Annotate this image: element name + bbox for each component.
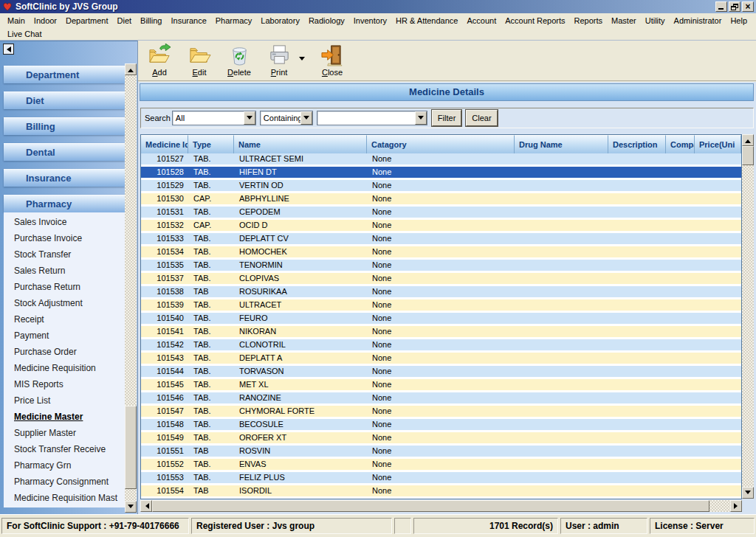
table-row[interactable]: 101528TAB.HIFEN DTNone: [141, 167, 741, 180]
table-row[interactable]: 101529TAB.VERTIN ODNone: [141, 180, 741, 193]
table-row[interactable]: 101540TAB.FEURONone: [141, 313, 741, 326]
table-row[interactable]: 101538TABROSURIKAANone: [141, 286, 741, 299]
table-horizontal-scrollbar[interactable]: [140, 500, 742, 512]
table-row[interactable]: 101546TAB.RANOZINENone: [141, 392, 741, 406]
menu-item-pharmacy[interactable]: Pharmacy: [211, 15, 257, 27]
restore-button[interactable]: [729, 1, 740, 12]
sidebar-item-sales-return[interactable]: Sales Return: [4, 263, 125, 279]
table-row[interactable]: 101548TAB.BECOSULENone: [141, 419, 741, 432]
column-header-description[interactable]: Description: [608, 135, 666, 153]
sidebar-item-supplier-master[interactable]: Supplier Master: [4, 425, 125, 441]
sidebar-item-purchase-return[interactable]: Purchase Return: [4, 279, 125, 295]
table-row[interactable]: 101533TAB.DEPLATT CVNone: [141, 233, 741, 246]
menu-item-billing[interactable]: Billing: [136, 15, 166, 27]
close-window-button[interactable]: [742, 1, 754, 12]
delete-button[interactable]: Delete: [227, 44, 252, 77]
table-hscrollbar-thumb[interactable]: [152, 500, 709, 512]
search-field-dropdown[interactable]: All: [172, 111, 256, 125]
table-row[interactable]: 101541TAB.NIKORANNone: [141, 326, 741, 339]
chevron-down-icon[interactable]: [415, 111, 427, 125]
menu-item-help[interactable]: Help: [726, 15, 752, 27]
collapse-sidebar-button[interactable]: [3, 44, 14, 55]
table-row[interactable]: 101531TAB.CEPODEMNone: [141, 207, 741, 220]
sidebar-scrollbar-thumb[interactable]: [125, 406, 137, 489]
sidebar-item-medicine-master[interactable]: Medicine Master: [4, 409, 125, 425]
edit-button[interactable]: Edit: [187, 44, 212, 77]
filter-button[interactable]: Filter: [432, 110, 461, 126]
table-row[interactable]: 101554TABISORDILNone: [141, 485, 741, 499]
sidebar-scroll-down-button[interactable]: [125, 501, 137, 513]
menu-item-hr-attendance[interactable]: HR & Attendance: [391, 15, 462, 27]
table-row[interactable]: 101539TAB.ULTRACETNone: [141, 299, 741, 313]
menu-item-indoor[interactable]: Indoor: [30, 15, 61, 27]
table-row[interactable]: 101549TAB.OROFER XTNone: [141, 432, 741, 446]
sidebar-group-billing[interactable]: Billing: [4, 117, 125, 135]
table-vscrollbar-thumb[interactable]: [742, 146, 754, 165]
sidebar-item-purchase-invoice[interactable]: Purchase Invoice: [4, 230, 125, 246]
table-scroll-up-button[interactable]: [742, 134, 754, 146]
sidebar-item-receipt[interactable]: Receipt: [4, 311, 125, 328]
sidebar-group-department[interactable]: Department: [4, 66, 125, 83]
sidebar-item-mis-reports[interactable]: MIS Reports: [4, 376, 125, 392]
sidebar-group-dental[interactable]: Dental: [4, 143, 125, 161]
minimize-button[interactable]: [715, 1, 727, 12]
sidebar-item-pharmacy-consignment[interactable]: Pharmacy Consignment: [4, 474, 125, 490]
sidebar-group-insurance[interactable]: Insurance: [4, 169, 125, 187]
table-row[interactable]: 101534TAB.HOMOCHEKNone: [141, 246, 741, 260]
table-row[interactable]: 101537TAB.CLOPIVASNone: [141, 273, 741, 286]
table-row[interactable]: 101547TAB.CHYMORAL FORTENone: [141, 406, 741, 419]
table-row[interactable]: 101544TAB.TORVASONNone: [141, 366, 741, 379]
sidebar-group-diet[interactable]: Diet: [4, 91, 125, 109]
add-button[interactable]: Add: [147, 44, 172, 77]
column-header-price-uni[interactable]: Price(Uni: [695, 135, 741, 153]
column-header-compa[interactable]: Compa: [666, 135, 695, 153]
menu-item-radiology[interactable]: Radiology: [304, 15, 349, 27]
sidebar-item-medicine-requisition-mast[interactable]: Medicine Requisition Mast: [4, 490, 125, 506]
close-button[interactable]: Close: [320, 44, 345, 77]
table-row[interactable]: 101543TAB.DEPLATT ANone: [141, 353, 741, 366]
search-operator-dropdown[interactable]: Containing: [260, 111, 313, 125]
column-header-name[interactable]: Name: [234, 135, 367, 153]
table-row[interactable]: 101527TAB.ULTRACET SEMINone: [141, 153, 741, 167]
menu-item-laboratory[interactable]: Laboratory: [256, 15, 304, 27]
table-row[interactable]: 101551TABROSVINNone: [141, 446, 741, 459]
table-row[interactable]: 101532CAP.OCID DNone: [141, 220, 741, 233]
menu-item-master[interactable]: Master: [607, 15, 641, 27]
table-scroll-down-button[interactable]: [742, 487, 754, 499]
table-row[interactable]: 101542TAB.CLONOTRILNone: [141, 339, 741, 353]
menu-item-account[interactable]: Account: [462, 15, 501, 27]
sidebar-item-stock-adjustment[interactable]: Stock Adjustment: [4, 295, 125, 311]
menu-item-administrator[interactable]: Administrator: [670, 15, 726, 27]
column-header-drug-name[interactable]: Drug Name: [515, 135, 608, 153]
sidebar-item-price-list[interactable]: Price List: [4, 392, 125, 409]
chevron-down-icon[interactable]: [300, 111, 312, 125]
table-vertical-scrollbar[interactable]: [742, 134, 754, 499]
table-row[interactable]: 101535TAB.TENORMINNone: [141, 260, 741, 273]
menu-item-insurance[interactable]: Insurance: [166, 15, 210, 27]
table-row[interactable]: 101553TAB.FELIZ PLUSNone: [141, 472, 741, 485]
sidebar-item-sales-invoice[interactable]: Sales Invoice: [4, 214, 125, 230]
column-header-type[interactable]: Type: [188, 135, 234, 153]
table-row[interactable]: 101545TAB.MET XLNone: [141, 379, 741, 392]
menu-item-utility[interactable]: Utility: [641, 15, 670, 27]
print-dropdown-icon[interactable]: [299, 57, 305, 63]
sidebar-scroll-up-button[interactable]: [125, 63, 137, 75]
menu-item-inventory[interactable]: Inventory: [349, 15, 391, 27]
chevron-down-icon[interactable]: [244, 111, 255, 125]
menu-item-diet[interactable]: Diet: [113, 15, 137, 27]
sidebar-item-medicine-requisition[interactable]: Medicine Requisition: [4, 360, 125, 376]
clear-button[interactable]: Clear: [466, 110, 497, 126]
sidebar-group-pharmacy[interactable]: Pharmacy: [4, 195, 125, 212]
sidebar-scrollbar-track[interactable]: [125, 75, 137, 501]
menu-item-department[interactable]: Department: [61, 15, 112, 27]
search-text-combo[interactable]: [317, 111, 427, 125]
sidebar-item-pharmacy-grn[interactable]: Pharmacy Grn: [4, 457, 125, 474]
table-row[interactable]: 101530CAP.ABPHYLLINENone: [141, 193, 741, 207]
table-scroll-left-button[interactable]: [140, 500, 152, 512]
sidebar-scrollbar[interactable]: [125, 63, 137, 513]
menu-item-live-chat[interactable]: Live Chat: [3, 28, 46, 40]
sidebar-item-purchase-order[interactable]: Purchase Order: [4, 344, 125, 360]
print-button[interactable]: Print: [267, 44, 292, 77]
table-scroll-right-button[interactable]: [730, 500, 742, 512]
table-row[interactable]: 101552TAB.ENVASNone: [141, 459, 741, 472]
